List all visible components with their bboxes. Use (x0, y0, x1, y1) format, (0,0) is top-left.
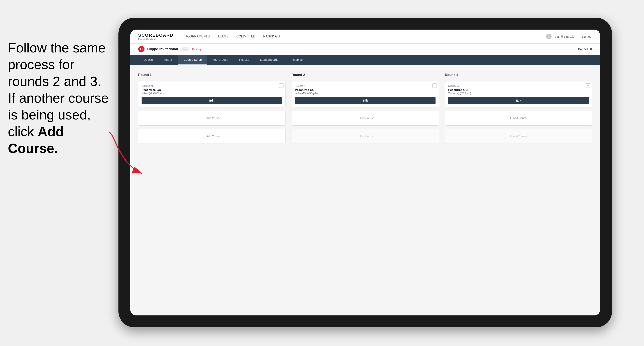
round-1-add-course-1[interactable]: + Add Course (138, 111, 286, 126)
logo-sub-text: Powered by clippd (138, 38, 174, 40)
round-2-add-course-2: + Add Course (292, 129, 439, 144)
tab-leaderboards[interactable]: Leaderboards (254, 55, 284, 65)
round-1-add-course-2[interactable]: + Add Course (138, 129, 286, 144)
scoreboard-logo: SCOREBOARD Powered by clippd (138, 33, 174, 40)
user-email: blair@clippd.io (555, 35, 574, 38)
round-3-title: Round 3 (445, 73, 592, 77)
round-2-course-label: (Course A) (295, 85, 436, 87)
main-content: Round 1 ○ (Course A) Peachtree GC Yellow… (130, 65, 600, 316)
round-2-course-name: Peachtree GC (295, 88, 436, 91)
round-1-edit-button[interactable]: Edit (142, 97, 282, 104)
nav-rankings[interactable]: RANKINGS (263, 34, 280, 39)
logo-main-text: SCOREBOARD (138, 33, 174, 38)
round-1-course-label: (Course A) (142, 85, 282, 87)
plus-icon-3: + (356, 116, 358, 120)
round-2-title: Round 2 (292, 73, 439, 77)
plus-icon-6: + (510, 135, 511, 138)
round-3-course-a-card: ○ (Course A) Peachtree GC Yellow (M) (66… (445, 81, 592, 107)
round-3-add-course-2-label: Add Course (513, 135, 528, 138)
round-2-section: Round 2 ○ (Course A) Peachtree GC Yellow… (292, 73, 439, 144)
round-3-add-course-2: + Add Course (445, 129, 592, 144)
nav-tournaments[interactable]: TOURNAMENTS (186, 34, 210, 39)
sub-header: C Clippd Invitational Men Hosting Cancel… (130, 44, 600, 55)
tab-bar: Details Teams Course Setup Tee Groups Re… (130, 55, 600, 65)
round-3-course-name: Peachtree GC (448, 88, 589, 91)
plus-icon-2: + (203, 135, 205, 138)
sign-out-link[interactable]: Sign out (582, 35, 592, 38)
tournament-badge: Men (180, 47, 189, 51)
tab-tee-groups[interactable]: Tee Groups (207, 55, 234, 65)
round-1-remove-button[interactable]: ○ (279, 83, 284, 88)
nav-committee[interactable]: COMMITTEE (236, 34, 255, 39)
round-3-course-details: Yellow (M) (6629 yds) (448, 92, 589, 95)
round-2-remove-button[interactable]: ○ (432, 83, 437, 88)
round-3-section: Round 3 ○ (Course A) Peachtree GC Yellow… (445, 73, 592, 144)
nav-items: TOURNAMENTS TEAMS COMMITTEE RANKINGS (186, 34, 538, 39)
round-3-course-label: (Course A) (448, 85, 589, 87)
tablet-device: SCOREBOARD Powered by clippd TOURNAMENTS… (118, 18, 612, 327)
round-3-edit-button[interactable]: Edit (448, 97, 589, 104)
round-2-course-details: Yellow (M) (6629 yds) (295, 92, 436, 95)
round-1-section: Round 1 ○ (Course A) Peachtree GC Yellow… (138, 73, 286, 144)
tab-course-setup[interactable]: Course Setup (178, 55, 207, 65)
round-2-course-a-card: ○ (Course A) Peachtree GC Yellow (M) (66… (292, 81, 439, 107)
round-1-course-details: Yellow (M) (6629 yds) (142, 92, 282, 95)
round-3-add-course-1-label: Add Course (513, 117, 528, 120)
round-2-add-course-1-label: Add Course (360, 117, 374, 120)
round-1-add-course-2-label: Add Course (206, 135, 221, 138)
plus-icon: + (203, 116, 205, 120)
instruction-text-content: Follow the sameprocess forrounds 2 and 3… (8, 40, 108, 156)
hosting-status: Hosting (192, 48, 201, 51)
round-2-edit-button[interactable]: Edit (295, 97, 436, 104)
tab-printables[interactable]: Printables (284, 55, 308, 65)
tournament-title: Clippd Invitational (147, 47, 178, 51)
round-1-add-course-1-label: Add Course (206, 117, 221, 120)
nav-divider: | (578, 35, 578, 38)
nav-right: blair@clippd.io | Sign out (546, 34, 592, 39)
round-1-course-name: Peachtree GC (142, 88, 282, 91)
instruction-panel: Follow the sameprocess forrounds 2 and 3… (0, 31, 122, 165)
tab-teams[interactable]: Teams (158, 55, 178, 65)
user-avatar (546, 34, 552, 39)
nav-teams[interactable]: TEAMS (218, 34, 228, 39)
cancel-button[interactable]: Cancel ✕ (577, 47, 592, 51)
round-2-add-course-1[interactable]: + Add Course (292, 111, 439, 126)
tab-details[interactable]: Details (138, 55, 158, 65)
round-3-remove-button[interactable]: ○ (586, 83, 590, 88)
top-navigation: SCOREBOARD Powered by clippd TOURNAMENTS… (130, 29, 600, 44)
plus-icon-4: + (356, 135, 358, 138)
round-1-course-a-card: ○ (Course A) Peachtree GC Yellow (M) (66… (138, 81, 286, 107)
tablet-screen: SCOREBOARD Powered by clippd TOURNAMENTS… (130, 29, 600, 316)
brand-logo: C (138, 46, 144, 52)
tab-results[interactable]: Results (234, 55, 254, 65)
round-3-add-course-1[interactable]: + Add Course (445, 111, 592, 126)
plus-icon-5: + (510, 116, 511, 120)
rounds-grid: Round 1 ○ (Course A) Peachtree GC Yellow… (138, 73, 592, 144)
round-1-title: Round 1 (138, 73, 286, 77)
close-icon: ✕ (590, 47, 592, 51)
round-2-add-course-2-label: Add Course (360, 135, 374, 138)
